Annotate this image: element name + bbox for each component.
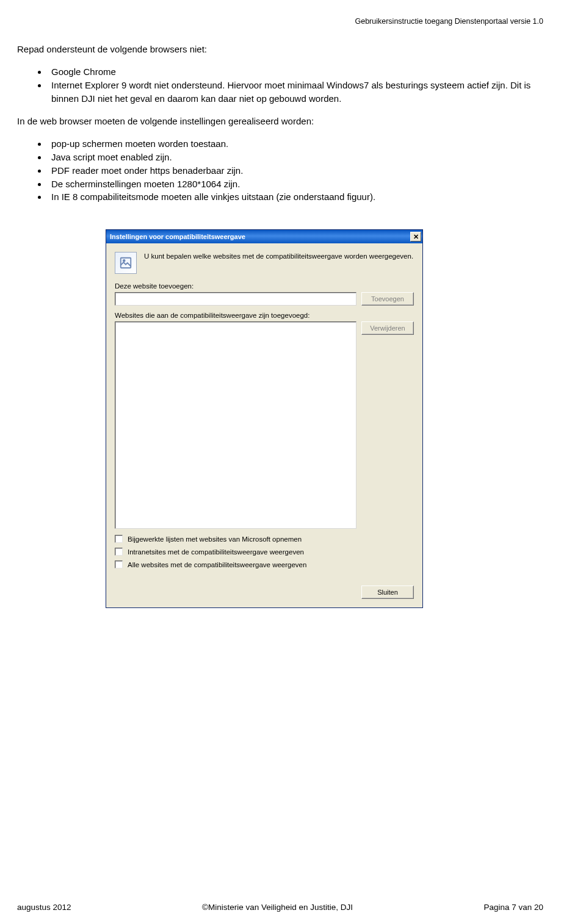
list-item: Internet Explorer 9 wordt niet ondersteu… [48, 79, 543, 106]
checkbox-label: Alle websites met de compatibiliteitswee… [128, 561, 306, 568]
close-button[interactable]: ✕ [410, 232, 421, 242]
close-icon: ✕ [413, 234, 419, 240]
document-page: Gebruikersinstructie toegang Dienstenpor… [0, 0, 586, 924]
checkbox-all-websites[interactable] [115, 560, 123, 568]
compat-icon [115, 252, 137, 274]
dialog-titlebar: Instellingen voor compatibiliteitsweerga… [106, 230, 422, 243]
footer-page: Pagina 7 van 20 [483, 903, 543, 912]
remove-button[interactable]: Verwijderen [361, 321, 414, 335]
checkbox-microsoft-lists[interactable] [115, 535, 123, 543]
page-header: Gebruikersinstructie toegang Dienstenpor… [17, 17, 543, 26]
list-item: pop-up schermen moeten worden toestaan. [48, 137, 543, 151]
list-item: Google Chrome [48, 65, 543, 79]
website-listbox[interactable] [115, 321, 356, 529]
list-item: De scherminstellingen moeten 1280*1064 z… [48, 177, 543, 191]
mid-para: In de web browser moeten de volgende ins… [17, 116, 543, 126]
dialog-title: Instellingen voor compatibiliteitsweerga… [110, 233, 410, 240]
checkbox-intranet[interactable] [115, 548, 123, 556]
dialog-body: U kunt bepalen welke websites met de com… [106, 243, 422, 582]
add-website-label: Deze website toevoegen: [115, 282, 414, 290]
intro-para: Repad ondersteunt de volgende browsers n… [17, 44, 543, 54]
add-button[interactable]: Toevoegen [361, 292, 414, 306]
website-list-label: Websites die aan de compatibiliteitsweer… [115, 312, 414, 319]
svg-point-1 [123, 260, 125, 262]
list-item: In IE 8 compabiliteitsmode moeten alle v… [48, 190, 543, 204]
footer-date: augustus 2012 [17, 903, 71, 912]
compat-dialog: Instellingen voor compatibiliteitsweerga… [106, 229, 423, 608]
list-item: Java script moet enabled zijn. [48, 151, 543, 164]
dialog-figure: Instellingen voor compatibiliteitsweerga… [106, 229, 423, 608]
settings-list: pop-up schermen moeten worden toestaan. … [35, 137, 543, 204]
page-footer: augustus 2012 ©Ministerie van Veiligheid… [17, 903, 543, 912]
list-item: PDF reader moet onder https benaderbaar … [48, 164, 543, 177]
checkbox-label: Bijgewerkte lijsten met websites van Mic… [128, 535, 302, 543]
close-dialog-button[interactable]: Sluiten [361, 586, 414, 599]
add-website-input[interactable] [115, 292, 356, 306]
dialog-description: U kunt bepalen welke websites met de com… [144, 252, 414, 274]
footer-org: ©Ministerie van Veiligheid en Justitie, … [202, 903, 353, 912]
browser-list: Google Chrome Internet Explorer 9 wordt … [35, 65, 543, 105]
checkbox-label: Intranetsites met de compatibiliteitswee… [128, 548, 304, 556]
